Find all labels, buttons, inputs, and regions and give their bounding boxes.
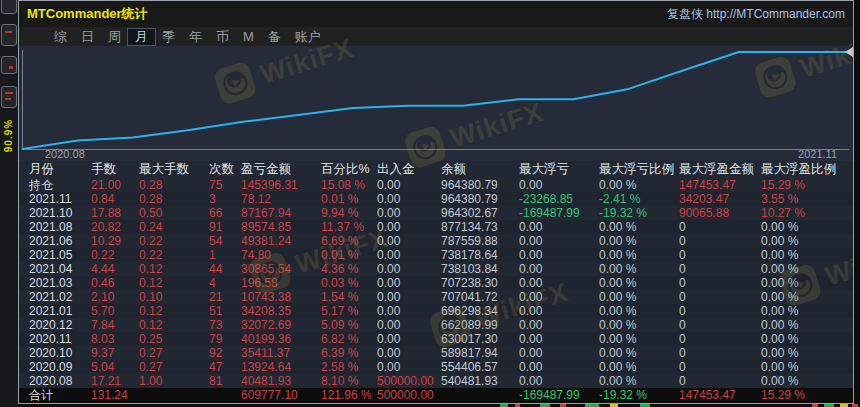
table-row: 2020.095.040.274713924.642.58 %0.0055440… xyxy=(19,360,853,374)
table-cell: 90065.88 xyxy=(677,206,759,220)
background-app-strip: 90.9% xyxy=(0,0,18,407)
table-cell: 0.00 % xyxy=(597,360,677,374)
table-cell: 0.00 xyxy=(375,262,439,276)
table-cell: 0.00 % xyxy=(759,234,853,248)
table-cell: 2021.03 xyxy=(19,276,89,290)
table-cell: 4 xyxy=(207,276,239,290)
table-row: 2021.030.460.124196.580.03 %0.00707238.3… xyxy=(19,276,853,290)
menu-item-季[interactable]: 季 xyxy=(155,29,182,45)
menu-item-账户[interactable]: 账户 xyxy=(288,29,328,45)
table-cell: 20.82 xyxy=(89,220,137,234)
menu-item-综[interactable]: 综 xyxy=(47,29,74,45)
table-cell: 2021.05 xyxy=(19,248,89,262)
table-cell: 500000.00 xyxy=(375,374,439,388)
table-cell: 0.00 % xyxy=(597,262,677,276)
table-row: 2020.127.840.127332072.695.09 %0.0066208… xyxy=(19,318,853,332)
table-cell: 44 xyxy=(207,262,239,276)
table-cell: 0 xyxy=(677,304,759,318)
table-cell: 15.29 % xyxy=(759,388,853,403)
menu-item-备[interactable]: 备 xyxy=(261,29,288,45)
table-cell: 66 xyxy=(207,206,239,220)
table-cell: -169487.99 xyxy=(517,206,597,220)
table-cell: -19.32 % xyxy=(597,206,677,220)
table-cell: 0.00 % xyxy=(597,276,677,290)
vertical-percent-label: 90.9% xyxy=(3,106,14,166)
table-cell: 0.00 xyxy=(375,290,439,304)
table-cell: 0.00 % xyxy=(597,234,677,248)
table-row: 持仓21.000.2875145396.3115.08 %0.00964380.… xyxy=(19,178,853,192)
app-title: MTCommander统计 xyxy=(27,5,148,23)
table-cell: 0.00 xyxy=(517,178,597,192)
table-cell: 5.04 xyxy=(89,360,137,374)
table-cell: 11.37 % xyxy=(319,220,375,234)
table-row: 2020.118.030.257940199.366.82 %0.0063001… xyxy=(19,332,853,346)
menu-item-M[interactable]: M xyxy=(236,29,261,45)
column-header: 次数 xyxy=(207,161,239,178)
table-cell: 0.46 xyxy=(89,276,137,290)
background-toolbar-icon xyxy=(1,0,17,14)
table-cell: 0.03 % xyxy=(319,276,375,290)
table-cell: 35411.37 xyxy=(239,346,319,360)
table-cell: 0.00 xyxy=(517,220,597,234)
table-cell: 0.00 xyxy=(375,332,439,346)
table-cell: 0.28 xyxy=(137,192,207,206)
table-cell: -2.41 % xyxy=(597,192,677,206)
table-cell: -19.32 % xyxy=(597,388,677,403)
table-cell: 0.00 % xyxy=(597,178,677,192)
background-toolbar-icon xyxy=(1,24,17,46)
table-row: 2020.109.370.279235411.376.39 %0.0058981… xyxy=(19,346,853,360)
brand-link[interactable]: 复盘侠 http://MTCommander.com xyxy=(667,6,845,23)
table-cell: 2021.08 xyxy=(19,220,89,234)
table-cell: 0.00 % xyxy=(759,374,853,388)
table-cell: 2020.09 xyxy=(19,360,89,374)
table-header-row: 月份手数最大手数次数盈亏金额百分比%出入金余额最大浮亏最大浮亏比例最大浮盈金额最… xyxy=(19,161,853,178)
table-cell: 0.00 % xyxy=(597,290,677,304)
table-cell: 51 xyxy=(207,304,239,318)
table-cell: 1.54 % xyxy=(319,290,375,304)
equity-chart: 2020.08 2021.11 xyxy=(19,46,853,161)
table-cell: 30865.54 xyxy=(239,262,319,276)
table-cell: 0.22 xyxy=(137,234,207,248)
table-cell: 147453.47 xyxy=(677,388,759,403)
table-cell: 0.00 % xyxy=(597,346,677,360)
table-cell: 32072.69 xyxy=(239,318,319,332)
menu-item-币[interactable]: 币 xyxy=(209,29,236,45)
menu-item-月[interactable]: 月 xyxy=(128,29,155,45)
table-cell: 0.00 xyxy=(517,318,597,332)
table-cell: 15.29 % xyxy=(759,178,853,192)
table-cell: 0.00 xyxy=(517,248,597,262)
table-cell: 13924.64 xyxy=(239,360,319,374)
table-cell: 2020.11 xyxy=(19,332,89,346)
table-cell: 1.00 xyxy=(137,374,207,388)
table-cell: 0.00 % xyxy=(759,332,853,346)
table-cell: 0 xyxy=(677,318,759,332)
table-cell: 40199.36 xyxy=(239,332,319,346)
table-cell: 0 xyxy=(677,290,759,304)
table-cell: 81 xyxy=(207,374,239,388)
menu-item-日[interactable]: 日 xyxy=(74,29,101,45)
column-header: 最大浮亏 xyxy=(517,161,597,178)
column-header: 月份 xyxy=(19,161,89,178)
table-cell: 74.80 xyxy=(239,248,319,262)
table-row: 2021.022.100.102110743.381.54 %0.0070704… xyxy=(19,290,853,304)
table-cell: 0 xyxy=(677,248,759,262)
table-cell: 2021.11 xyxy=(19,192,89,206)
table-cell: 2021.02 xyxy=(19,290,89,304)
menu-item-周[interactable]: 周 xyxy=(101,29,128,45)
table-cell: 0.00 xyxy=(517,234,597,248)
table-cell: 0.00 % xyxy=(597,304,677,318)
column-header: 最大浮盈金额 xyxy=(677,161,759,178)
table-cell: 54 xyxy=(207,234,239,248)
table-cell: 964380.79 xyxy=(439,178,517,192)
column-header: 余额 xyxy=(439,161,517,178)
table-cell: 0.10 xyxy=(137,290,207,304)
table-cell: 0.00 xyxy=(375,178,439,192)
table-row: 2021.015.700.125134208.355.17 %0.0069629… xyxy=(19,304,853,318)
table-cell: 34208.35 xyxy=(239,304,319,318)
menu-item-年[interactable]: 年 xyxy=(182,29,209,45)
table-cell: 0.22 xyxy=(89,248,137,262)
table-cell: 0.12 xyxy=(137,318,207,332)
table-cell: 9.37 xyxy=(89,346,137,360)
table-cell: 合计 xyxy=(19,388,89,403)
column-header: 最大手数 xyxy=(137,161,207,178)
